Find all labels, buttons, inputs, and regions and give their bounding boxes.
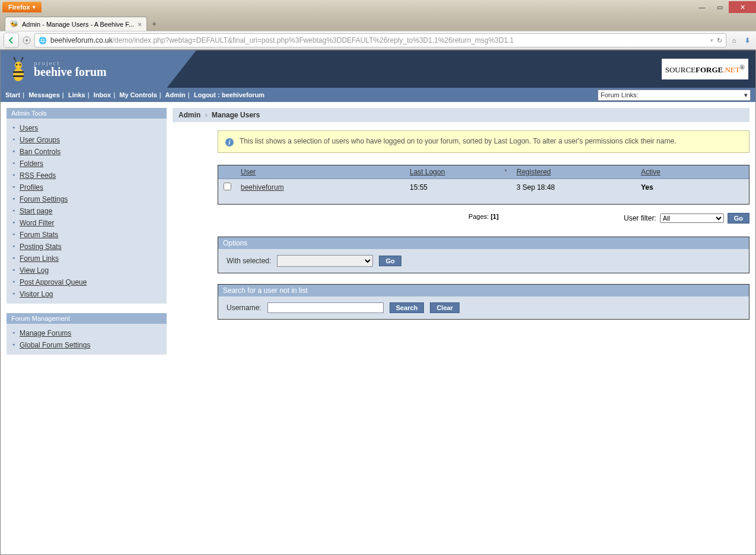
nav-inbox[interactable]: Inbox [94,91,111,98]
forum-links-dropdown[interactable]: Forum Links:▾ [598,90,751,101]
tab-strip: 🐝 Admin - Manage Users - A Beehive F... … [0,14,756,31]
nav-logout[interactable]: Logout : beehiveforum [194,91,264,98]
sidebar-item-viewlog[interactable]: View Log [20,266,49,275]
svg-point-1 [25,39,28,42]
search-input[interactable] [267,302,384,313]
url-input[interactable]: 🌐 beehiveforum.co.uk/demo/index.php?webt… [34,33,726,47]
row-checkbox[interactable] [224,183,231,190]
dropdown-icon[interactable]: ▾ [710,37,713,43]
sidebar-item-forumsettings[interactable]: Forum Settings [20,195,68,203]
nav-messages[interactable]: Messages [28,91,60,98]
svg-point-6 [16,63,18,65]
window-controls: — ▭ ✕ [693,1,756,13]
filter-label: User filter: [624,214,656,222]
chevron-right-icon: › [205,111,208,119]
breadcrumb-root[interactable]: Admin [178,111,200,119]
globe-icon: 🌐 [39,37,47,44]
sidebar-item-folders[interactable]: Folders [20,160,43,168]
filter-select[interactable]: All [660,213,724,223]
sort-desc-icon: ▾ [505,168,507,173]
home-button[interactable]: ⌂ [729,35,739,46]
nav-admin[interactable]: Admin [165,91,186,98]
sidebar-item-globalsettings[interactable]: Global Forum Settings [20,341,90,349]
identity-icon[interactable] [21,35,32,46]
search-panel: Search for a user not in list Username: … [218,284,749,320]
sidebar-item-wordfilter[interactable]: Word Filter [20,219,54,227]
sidebar-item-postingstats[interactable]: Posting Stats [20,243,62,251]
sourceforge-badge[interactable]: SOURCEFORGE.NET® [662,59,748,79]
svg-rect-3 [13,71,24,73]
svg-rect-4 [13,75,24,77]
sidebar-item-profiles[interactable]: Profiles [20,183,43,192]
back-button[interactable] [4,33,19,48]
sidebar-item-users[interactable]: Users [20,124,38,132]
pager-row: Pages: [1] User filter: All Go [218,213,749,226]
cell-registered: 3 Sep 18:48 [512,179,636,196]
address-bar: 🌐 beehiveforum.co.uk/demo/index.php?webt… [0,31,756,50]
close-button[interactable]: ✕ [729,1,756,13]
maximize-button[interactable]: ▭ [711,1,729,13]
downloads-button[interactable]: ⬇ [742,35,752,46]
minimize-button[interactable]: — [693,1,711,13]
svg-point-11 [22,57,24,59]
sidebar-item-visitorlog[interactable]: Visitor Log [20,290,53,298]
breadcrumb-current: Manage Users [212,111,260,119]
pager: Pages: [1] [468,213,499,220]
info-icon: i [225,138,234,146]
sidebar-item-forumstats[interactable]: Forum Stats [20,231,58,239]
url-text: beehiveforum.co.uk/demo/index.php?webtag… [50,36,707,44]
nav-links[interactable]: Links [68,91,85,98]
titlebar: Firefox — ▭ ✕ [0,0,756,14]
cell-lastlogon: 15:55 [405,179,512,196]
user-table: User Last Logon▾ Registered Active beehi… [218,165,749,205]
table-header-row: User Last Logon▾ Registered Active [218,165,749,179]
search-label: Username: [227,304,261,312]
options-select[interactable] [277,255,373,267]
col-registered[interactable]: Registered [512,165,636,179]
search-header: Search for a user not in list [218,285,749,296]
viewport: project beehive forum SOURCEFORGE.NET® S… [0,50,756,555]
reload-icon[interactable]: ↻ [717,37,722,44]
user-link[interactable]: beehiveforum [241,183,284,192]
sidebar-item-forumlinks[interactable]: Forum Links [20,254,59,263]
sidebar-header-admin: Admin Tools [7,108,167,119]
col-user[interactable]: User [236,165,405,179]
tab-favicon: 🐝 [10,20,18,28]
nav-mycontrols[interactable]: My Controls [119,91,157,98]
svg-point-2 [13,68,24,81]
firefox-menu-button[interactable]: Firefox [2,2,42,12]
sidebar-item-rssfeeds[interactable]: RSS Feeds [20,171,56,180]
filter-go-button[interactable]: Go [728,213,749,224]
options-label: With selected: [227,257,271,265]
sidebar: Admin Tools Users User Groups Ban Contro… [7,108,167,548]
options-header: Options [218,237,749,249]
options-go-button[interactable]: Go [379,256,401,266]
sidebar-item-postapproval[interactable]: Post Approval Queue [20,278,87,286]
search-button[interactable]: Search [390,302,425,313]
tab-close-icon[interactable]: × [138,21,142,28]
breadcrumb: Admin › Manage Users [173,108,749,122]
sidebar-list-admin: Users User Groups Ban Controls Folders R… [7,119,167,304]
clear-button[interactable]: Clear [430,302,460,313]
svg-point-7 [20,63,21,65]
bee-icon [8,57,29,82]
col-active[interactable]: Active [636,165,749,179]
table-row: beehiveforum 15:55 3 Sep 18:48 Yes [218,179,749,196]
forum-header: project beehive forum SOURCEFORGE.NET® [1,50,755,88]
sidebar-item-startpage[interactable]: Start page [20,207,52,215]
logo[interactable]: project beehive forum [8,57,107,82]
tab-title: Admin - Manage Users - A Beehive F... [22,21,135,28]
new-tab-button[interactable]: + [147,17,161,31]
nav-start[interactable]: Start [5,91,20,98]
sidebar-item-manageforums[interactable]: Manage Forums [20,329,71,337]
cell-active: Yes [636,179,749,196]
browser-tab[interactable]: 🐝 Admin - Manage Users - A Beehive F... … [5,17,147,31]
svg-point-5 [15,62,22,69]
info-text: This list shows a selection of users who… [240,137,676,145]
top-nav-links: Start| Messages| Links| Inbox| My Contro… [5,91,264,98]
arrow-left-icon [7,36,15,44]
sidebar-item-usergroups[interactable]: User Groups [20,136,60,144]
col-lastlogon[interactable]: Last Logon▾ [405,165,512,179]
sidebar-header-mgmt: Forum Management [7,313,167,324]
sidebar-item-bancontrols[interactable]: Ban Controls [20,148,60,156]
